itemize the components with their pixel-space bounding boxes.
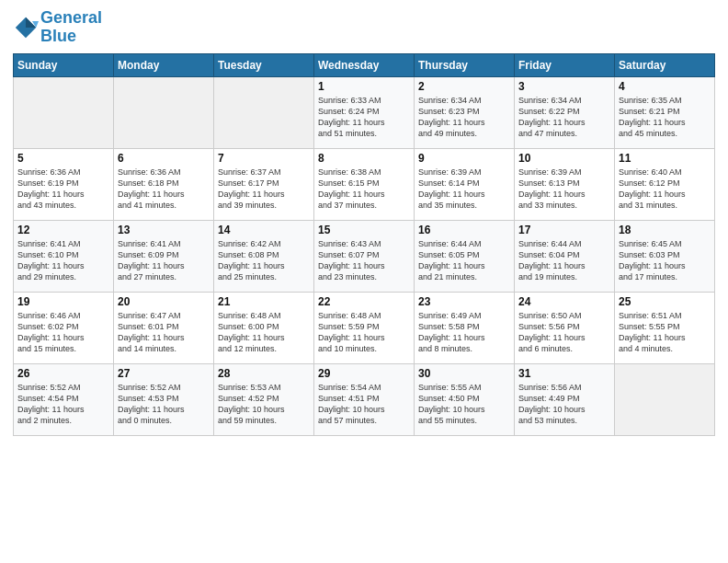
day-info: Sunrise: 6:48 AM Sunset: 6:00 PM Dayligh… xyxy=(218,310,310,355)
day-number: 27 xyxy=(118,367,210,380)
day-info: Sunrise: 6:37 AM Sunset: 6:17 PM Dayligh… xyxy=(218,167,310,212)
calendar-cell: 13Sunrise: 6:41 AM Sunset: 6:09 PM Dayli… xyxy=(114,220,214,292)
calendar-cell xyxy=(114,76,214,148)
week-row-1: 1Sunrise: 6:33 AM Sunset: 6:24 PM Daylig… xyxy=(14,76,715,148)
day-info: Sunrise: 6:33 AM Sunset: 6:24 PM Dayligh… xyxy=(318,95,410,140)
calendar-cell: 28Sunrise: 5:53 AM Sunset: 4:52 PM Dayli… xyxy=(214,363,314,435)
logo-icon xyxy=(13,15,39,40)
day-info: Sunrise: 6:44 AM Sunset: 6:05 PM Dayligh… xyxy=(418,238,510,283)
calendar-cell: 18Sunrise: 6:45 AM Sunset: 6:03 PM Dayli… xyxy=(615,220,715,292)
weekday-header-row: SundayMondayTuesdayWednesdayThursdayFrid… xyxy=(14,53,715,76)
day-info: Sunrise: 6:35 AM Sunset: 6:21 PM Dayligh… xyxy=(619,95,711,140)
day-number: 9 xyxy=(418,152,510,165)
day-info: Sunrise: 5:54 AM Sunset: 4:51 PM Dayligh… xyxy=(318,382,410,427)
calendar-cell: 29Sunrise: 5:54 AM Sunset: 4:51 PM Dayli… xyxy=(314,363,415,435)
calendar-cell: 4Sunrise: 6:35 AM Sunset: 6:21 PM Daylig… xyxy=(615,76,715,148)
day-info: Sunrise: 6:47 AM Sunset: 6:01 PM Dayligh… xyxy=(118,310,210,355)
calendar-cell: 31Sunrise: 5:56 AM Sunset: 4:49 PM Dayli… xyxy=(515,363,615,435)
day-info: Sunrise: 6:34 AM Sunset: 6:22 PM Dayligh… xyxy=(518,95,610,140)
day-info: Sunrise: 6:50 AM Sunset: 5:56 PM Dayligh… xyxy=(518,310,610,355)
calendar-cell: 25Sunrise: 6:51 AM Sunset: 5:55 PM Dayli… xyxy=(615,292,715,363)
day-number: 10 xyxy=(518,152,610,165)
day-info: Sunrise: 6:41 AM Sunset: 6:09 PM Dayligh… xyxy=(118,238,210,283)
calendar-cell: 1Sunrise: 6:33 AM Sunset: 6:24 PM Daylig… xyxy=(314,76,415,148)
week-row-2: 5Sunrise: 6:36 AM Sunset: 6:19 PM Daylig… xyxy=(14,148,715,220)
day-number: 24 xyxy=(518,295,610,308)
day-info: Sunrise: 6:49 AM Sunset: 5:58 PM Dayligh… xyxy=(418,310,510,355)
weekday-header-thursday: Thursday xyxy=(415,53,515,76)
day-number: 14 xyxy=(218,224,310,236)
day-number: 18 xyxy=(619,224,711,236)
day-info: Sunrise: 6:39 AM Sunset: 6:14 PM Dayligh… xyxy=(418,167,510,212)
day-info: Sunrise: 6:45 AM Sunset: 6:03 PM Dayligh… xyxy=(619,238,711,283)
day-info: Sunrise: 6:42 AM Sunset: 6:08 PM Dayligh… xyxy=(218,238,310,283)
day-number: 2 xyxy=(418,80,510,93)
day-info: Sunrise: 5:52 AM Sunset: 4:54 PM Dayligh… xyxy=(17,382,109,427)
calendar-cell: 9Sunrise: 6:39 AM Sunset: 6:14 PM Daylig… xyxy=(415,148,515,220)
calendar-cell: 2Sunrise: 6:34 AM Sunset: 6:23 PM Daylig… xyxy=(415,76,515,148)
calendar-cell: 20Sunrise: 6:47 AM Sunset: 6:01 PM Dayli… xyxy=(114,292,214,363)
calendar-cell: 21Sunrise: 6:48 AM Sunset: 6:00 PM Dayli… xyxy=(214,292,314,363)
day-number: 20 xyxy=(118,295,210,308)
day-number: 7 xyxy=(218,152,310,165)
week-row-4: 19Sunrise: 6:46 AM Sunset: 6:02 PM Dayli… xyxy=(14,292,715,363)
day-number: 16 xyxy=(418,224,510,236)
calendar-cell: 26Sunrise: 5:52 AM Sunset: 4:54 PM Dayli… xyxy=(14,363,114,435)
calendar-cell: 5Sunrise: 6:36 AM Sunset: 6:19 PM Daylig… xyxy=(14,148,114,220)
weekday-header-monday: Monday xyxy=(114,53,214,76)
day-number: 4 xyxy=(619,80,711,93)
day-number: 26 xyxy=(17,367,109,380)
day-number: 19 xyxy=(17,295,109,308)
day-info: Sunrise: 5:56 AM Sunset: 4:49 PM Dayligh… xyxy=(518,382,610,427)
logo: General Blue xyxy=(13,9,102,46)
day-number: 23 xyxy=(418,295,510,308)
calendar-cell: 7Sunrise: 6:37 AM Sunset: 6:17 PM Daylig… xyxy=(214,148,314,220)
calendar-cell: 12Sunrise: 6:41 AM Sunset: 6:10 PM Dayli… xyxy=(14,220,114,292)
day-number: 11 xyxy=(619,152,711,165)
day-number: 17 xyxy=(518,224,610,236)
calendar-cell: 16Sunrise: 6:44 AM Sunset: 6:05 PM Dayli… xyxy=(415,220,515,292)
day-info: Sunrise: 6:41 AM Sunset: 6:10 PM Dayligh… xyxy=(17,238,109,283)
day-info: Sunrise: 6:38 AM Sunset: 6:15 PM Dayligh… xyxy=(318,167,410,212)
day-number: 22 xyxy=(318,295,410,308)
day-info: Sunrise: 6:46 AM Sunset: 6:02 PM Dayligh… xyxy=(17,310,109,355)
calendar-cell xyxy=(615,363,715,435)
weekday-header-tuesday: Tuesday xyxy=(214,53,314,76)
day-info: Sunrise: 5:53 AM Sunset: 4:52 PM Dayligh… xyxy=(218,382,310,427)
weekday-header-wednesday: Wednesday xyxy=(314,53,415,76)
day-info: Sunrise: 6:34 AM Sunset: 6:23 PM Dayligh… xyxy=(418,95,510,140)
day-number: 15 xyxy=(318,224,410,236)
day-number: 21 xyxy=(218,295,310,308)
day-number: 30 xyxy=(418,367,510,380)
logo-text: General Blue xyxy=(40,9,102,46)
day-number: 13 xyxy=(118,224,210,236)
calendar-cell: 19Sunrise: 6:46 AM Sunset: 6:02 PM Dayli… xyxy=(14,292,114,363)
day-number: 6 xyxy=(118,152,210,165)
day-info: Sunrise: 5:55 AM Sunset: 4:50 PM Dayligh… xyxy=(418,382,510,427)
calendar-cell: 14Sunrise: 6:42 AM Sunset: 6:08 PM Dayli… xyxy=(214,220,314,292)
day-number: 31 xyxy=(518,367,610,380)
calendar-cell: 10Sunrise: 6:39 AM Sunset: 6:13 PM Dayli… xyxy=(515,148,615,220)
day-number: 3 xyxy=(518,80,610,93)
day-number: 29 xyxy=(318,367,410,380)
day-info: Sunrise: 6:44 AM Sunset: 6:04 PM Dayligh… xyxy=(518,238,610,283)
calendar-cell: 8Sunrise: 6:38 AM Sunset: 6:15 PM Daylig… xyxy=(314,148,415,220)
day-number: 8 xyxy=(318,152,410,165)
calendar-cell: 17Sunrise: 6:44 AM Sunset: 6:04 PM Dayli… xyxy=(515,220,615,292)
calendar-cell: 3Sunrise: 6:34 AM Sunset: 6:22 PM Daylig… xyxy=(515,76,615,148)
day-info: Sunrise: 6:36 AM Sunset: 6:18 PM Dayligh… xyxy=(118,167,210,212)
week-row-5: 26Sunrise: 5:52 AM Sunset: 4:54 PM Dayli… xyxy=(14,363,715,435)
day-info: Sunrise: 6:40 AM Sunset: 6:12 PM Dayligh… xyxy=(619,167,711,212)
weekday-header-sunday: Sunday xyxy=(14,53,114,76)
weekday-header-saturday: Saturday xyxy=(615,53,715,76)
day-number: 5 xyxy=(17,152,109,165)
day-info: Sunrise: 5:52 AM Sunset: 4:53 PM Dayligh… xyxy=(118,382,210,427)
calendar-cell: 15Sunrise: 6:43 AM Sunset: 6:07 PM Dayli… xyxy=(314,220,415,292)
calendar-cell xyxy=(214,76,314,148)
calendar-cell: 27Sunrise: 5:52 AM Sunset: 4:53 PM Dayli… xyxy=(114,363,214,435)
calendar-cell: 24Sunrise: 6:50 AM Sunset: 5:56 PM Dayli… xyxy=(515,292,615,363)
week-row-3: 12Sunrise: 6:41 AM Sunset: 6:10 PM Dayli… xyxy=(14,220,715,292)
calendar-cell: 6Sunrise: 6:36 AM Sunset: 6:18 PM Daylig… xyxy=(114,148,214,220)
page-header: General Blue xyxy=(13,9,715,46)
calendar-table: SundayMondayTuesdayWednesdayThursdayFrid… xyxy=(13,53,715,436)
